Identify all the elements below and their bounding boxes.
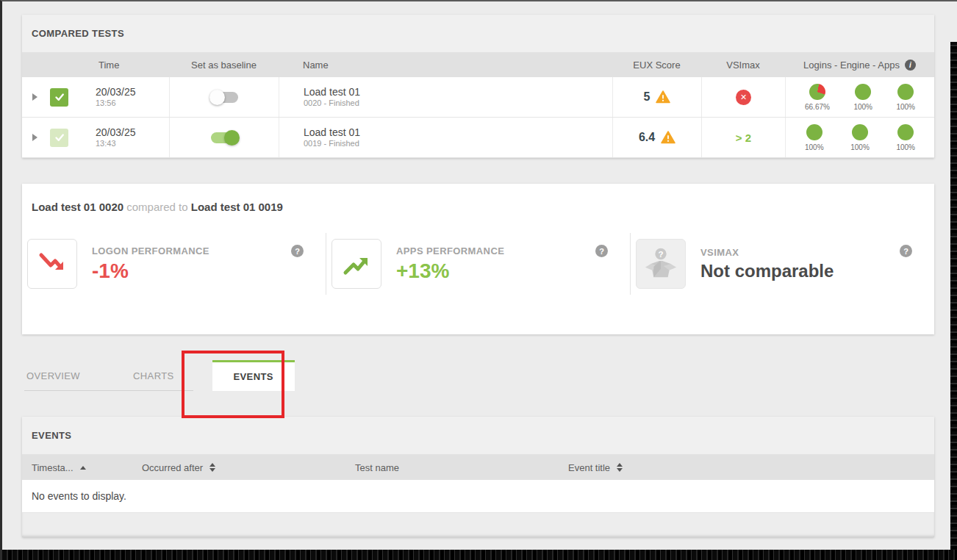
row-eux-cell: 5 — [612, 77, 701, 117]
vsimax-value: > 2 — [736, 132, 751, 144]
row-checkbox-cell — [50, 88, 96, 107]
row-expand-cell — [22, 134, 50, 141]
row-date: 20/03/25 — [96, 86, 136, 98]
column-header-logins-label: Logins - Engine - Apps — [803, 60, 900, 71]
help-icon[interactable]: ? — [900, 245, 912, 257]
comparison-card: Load test 01 0020 compared to Load test … — [22, 184, 934, 334]
eux-score-value: 6.4 — [639, 131, 655, 144]
logins-percent: 66.67% — [805, 103, 830, 111]
help-icon[interactable]: ? — [291, 245, 304, 257]
apps-dot-icon — [897, 124, 914, 140]
row-expand-cell — [22, 93, 50, 101]
toggle-knob — [209, 90, 225, 105]
comparison-connector: compared to — [126, 201, 187, 213]
column-header-name[interactable]: Name — [279, 60, 612, 71]
row-logins-cell: 100% 100% 100% — [785, 118, 934, 157]
unknown-box-icon: ? — [636, 239, 686, 289]
row-logins-cell: 66.67% 100% 100% — [785, 77, 934, 117]
apps-indicator: 100% — [896, 124, 915, 151]
bottom-border-bar — [2, 550, 957, 560]
comparison-title: Load test 01 0020 compared to Load test … — [22, 201, 934, 213]
logins-indicator: 100% — [805, 124, 824, 151]
engine-percent: 100% — [853, 103, 872, 111]
column-header-event-title[interactable]: Event title — [559, 462, 934, 473]
row-vsimax-cell: > 2 — [701, 118, 785, 157]
vsimax-fail-icon: ✕ — [736, 90, 751, 105]
metric-label: VSIMAX — [700, 247, 900, 258]
timestamp-label: Timesta... — [32, 462, 74, 473]
column-header-timestamp[interactable]: Timesta... — [22, 462, 132, 473]
row-name-cell: Load test 01 0020 - Finished — [279, 77, 612, 117]
row-clock: 13:43 — [96, 139, 136, 148]
metric-label: APPS PERFORMANCE — [396, 245, 595, 256]
logins-dot-icon — [806, 124, 822, 140]
row-name-cell: Load test 01 0019 - Finished — [279, 118, 612, 157]
engine-indicator: 100% — [850, 124, 870, 151]
events-header-row: Timesta... Occurred after Test name Even… — [22, 455, 934, 480]
help-icon[interactable]: ? — [595, 245, 608, 257]
comparison-test-a: Load test 01 0020 — [32, 201, 123, 213]
tab-overview[interactable]: OVERVIEW — [22, 360, 98, 391]
app-window: COMPARED TESTS Time Set as baseline Name… — [0, 0, 957, 560]
apps-performance-metric: APPS PERFORMANCE +13% ? — [326, 233, 630, 295]
compared-tests-card: COMPARED TESTS Time Set as baseline Name… — [22, 15, 934, 158]
engine-percent: 100% — [850, 143, 870, 151]
check-icon — [54, 91, 65, 103]
tab-strip: OVERVIEW CHARTS EVENTS — [22, 353, 934, 391]
column-header-occurred-after[interactable]: Occurred after — [132, 462, 345, 473]
events-empty-message: No events to display. — [22, 480, 934, 513]
tab-charts[interactable]: CHARTS — [115, 360, 192, 391]
events-title: EVENTS — [22, 417, 934, 455]
trend-down-icon — [27, 239, 77, 289]
events-card: EVENTS Timesta... Occurred after Test na… — [22, 417, 934, 537]
column-header-eux[interactable]: EUX Score — [612, 60, 701, 71]
svg-text:?: ? — [658, 250, 663, 259]
row-time-cell: 20/03/25 13:56 — [96, 86, 169, 108]
apps-percent: 100% — [896, 143, 915, 151]
events-footer — [22, 513, 934, 537]
row-vsimax-cell: ✕ — [701, 77, 785, 117]
row-checkbox[interactable] — [50, 88, 68, 107]
metric-value: -1% — [92, 259, 291, 283]
row-clock: 13:56 — [96, 98, 136, 108]
engine-indicator: 100% — [853, 84, 872, 111]
apps-indicator: 100% — [896, 84, 915, 111]
vsimax-metric: ? VSIMAX Not comparable ? — [630, 233, 934, 295]
row-test-name: Load test 01 — [304, 126, 360, 139]
column-header-vsimax[interactable]: VSImax — [701, 60, 785, 71]
engine-dot-icon — [852, 124, 868, 140]
info-icon[interactable]: i — [905, 60, 916, 71]
baseline-toggle[interactable] — [211, 92, 238, 103]
apps-dot-icon — [897, 84, 914, 100]
table-row: 20/03/25 13:43 Load test 01 0019 - Finis… — [22, 118, 934, 158]
toggle-knob — [224, 130, 240, 146]
sort-asc-icon — [80, 466, 86, 470]
right-border-bar — [950, 42, 957, 560]
column-header-test-name[interactable]: Test name — [345, 462, 559, 473]
row-baseline-cell — [169, 77, 279, 117]
row-time-cell: 20/03/25 13:43 — [96, 126, 169, 148]
warning-icon — [661, 131, 675, 144]
row-eux-cell: 6.4 — [612, 118, 701, 157]
column-header-time[interactable]: Time — [96, 60, 169, 71]
warning-icon — [656, 90, 670, 104]
sort-both-icon — [617, 463, 623, 472]
row-test-subtitle: 0019 - Finished — [304, 139, 360, 148]
table-row: 20/03/25 13:56 Load test 01 0020 - Finis… — [22, 77, 934, 118]
baseline-toggle[interactable] — [211, 132, 238, 143]
test-name-label: Test name — [355, 462, 399, 473]
event-title-label: Event title — [568, 462, 610, 473]
compared-tests-title: COMPARED TESTS — [22, 15, 934, 53]
apps-percent: 100% — [896, 103, 915, 111]
row-date: 20/03/25 — [96, 126, 136, 139]
tab-events[interactable]: EVENTS — [212, 360, 295, 391]
row-checkbox[interactable] — [50, 129, 68, 147]
row-test-name: Load test 01 — [304, 86, 360, 98]
eux-score-value: 5 — [644, 90, 650, 104]
column-header-logins: Logins - Engine - Apps i — [785, 60, 934, 71]
sort-both-icon — [209, 463, 215, 472]
expand-arrow-icon[interactable] — [32, 93, 37, 101]
row-test-subtitle: 0020 - Finished — [304, 98, 360, 108]
expand-arrow-icon[interactable] — [32, 134, 37, 141]
column-header-baseline[interactable]: Set as baseline — [169, 60, 279, 71]
